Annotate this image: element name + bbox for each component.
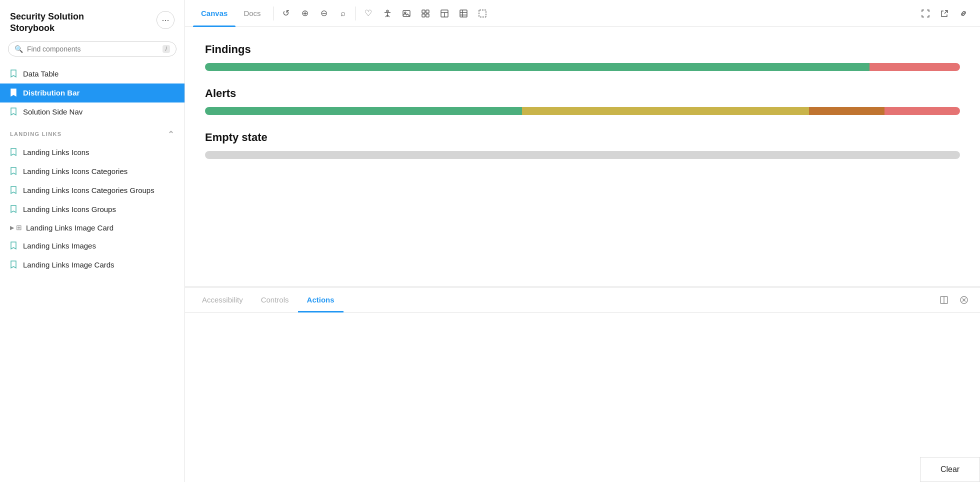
bookmark-icon-3 bbox=[10, 107, 18, 117]
bookmark-icon-llics bbox=[10, 260, 18, 270]
bookmark-icon-llig bbox=[10, 204, 18, 214]
tab-docs[interactable]: Docs bbox=[236, 0, 268, 27]
findings-bar-red bbox=[870, 63, 960, 71]
main-content: Canvas Docs ↺ ⊕ ⊖ ⌕ ♡ bbox=[185, 0, 980, 482]
bookmark-icon-lli bbox=[10, 148, 18, 158]
table-icon[interactable] bbox=[455, 5, 472, 22]
bottom-panel-actions bbox=[936, 292, 972, 308]
panel-split-icon[interactable] bbox=[936, 292, 952, 308]
tab-controls[interactable]: Controls bbox=[252, 288, 298, 312]
bookmark-icon-llic bbox=[10, 166, 18, 176]
findings-bar bbox=[205, 63, 960, 71]
sidebar: Security Solution Storybook ··· 🔍 / Data… bbox=[0, 0, 185, 482]
empty-state-title: Empty state bbox=[205, 131, 960, 144]
menu-button[interactable]: ··· bbox=[156, 11, 174, 29]
sidebar-title: Security Solution Storybook bbox=[10, 11, 84, 34]
bookmark-icon bbox=[10, 69, 18, 79]
toolbar-icons-mid: ♡ bbox=[360, 5, 491, 22]
toolbar-divider-1 bbox=[273, 6, 274, 20]
findings-section: Findings bbox=[205, 43, 960, 71]
empty-state-section: Empty state bbox=[205, 131, 960, 159]
sidebar-item-landing-links-image-cards[interactable]: Landing Links Image Cards bbox=[0, 256, 184, 274]
search-canvas-icon[interactable]: ⌕ bbox=[334, 5, 352, 22]
search-icon: 🔍 bbox=[14, 45, 23, 53]
grid-icon: ⊞ bbox=[16, 224, 22, 232]
bookmark-icon-active bbox=[10, 88, 18, 98]
svg-rect-5 bbox=[422, 14, 425, 17]
clear-button[interactable]: Clear bbox=[920, 457, 980, 482]
svg-point-0 bbox=[386, 10, 388, 12]
sidebar-item-landing-links-images[interactable]: Landing Links Images bbox=[0, 236, 184, 256]
sidebar-item-solution-side-nav[interactable]: Solution Side Nav bbox=[0, 102, 184, 122]
landing-links-section-header: LANDING LINKS ⌃ bbox=[0, 122, 184, 143]
svg-rect-6 bbox=[426, 14, 429, 17]
bookmark-icon-llicg bbox=[10, 186, 18, 196]
tab-canvas[interactable]: Canvas bbox=[193, 0, 236, 27]
heart-icon[interactable]: ♡ bbox=[360, 5, 377, 22]
search-bar: 🔍 / bbox=[8, 42, 176, 56]
svg-rect-10 bbox=[460, 10, 467, 17]
image-icon[interactable] bbox=[398, 5, 415, 22]
alerts-bar-red bbox=[884, 107, 960, 115]
alerts-bar bbox=[205, 107, 960, 115]
zoom-out-icon[interactable]: ⊖ bbox=[316, 5, 332, 22]
reload-icon[interactable]: ↺ bbox=[278, 5, 294, 22]
alerts-bar-green bbox=[205, 107, 522, 115]
collapse-button[interactable]: ⌃ bbox=[168, 130, 174, 139]
bottom-panel: Accessibility Controls Actions bbox=[185, 287, 980, 482]
sidebar-header: Security Solution Storybook ··· bbox=[0, 0, 184, 42]
panel-close-icon[interactable] bbox=[956, 292, 972, 308]
empty-state-bar bbox=[205, 151, 960, 159]
grid-view-icon[interactable] bbox=[417, 5, 434, 22]
toolbar-icons-left: ↺ ⊕ ⊖ ⌕ bbox=[278, 5, 352, 22]
sidebar-item-landing-links-icons-categories-groups[interactable]: Landing Links Icons Categories Groups bbox=[0, 181, 184, 200]
canvas-area: Findings Alerts Empty state bbox=[185, 27, 980, 287]
svg-rect-3 bbox=[422, 10, 425, 13]
selection-icon[interactable] bbox=[474, 5, 491, 22]
tab-accessibility[interactable]: Accessibility bbox=[193, 288, 252, 312]
alerts-bar-yellow bbox=[522, 107, 809, 115]
tab-actions[interactable]: Actions bbox=[298, 288, 344, 312]
svg-rect-14 bbox=[479, 10, 486, 17]
findings-title: Findings bbox=[205, 43, 960, 56]
toolbar-divider-2 bbox=[356, 6, 356, 20]
alerts-bar-orange bbox=[809, 107, 884, 115]
sidebar-item-data-table[interactable]: Data Table bbox=[0, 64, 184, 84]
search-input[interactable] bbox=[27, 45, 162, 53]
toolbar: Canvas Docs ↺ ⊕ ⊖ ⌕ ♡ bbox=[185, 0, 980, 27]
sidebar-item-distribution-bar[interactable]: Distribution Bar bbox=[0, 84, 184, 102]
layout-icon[interactable] bbox=[436, 5, 453, 22]
empty-state-bar-gray bbox=[205, 151, 960, 159]
expand-arrow-icon: ▶ bbox=[10, 224, 14, 231]
bookmark-icon-llim bbox=[10, 241, 18, 251]
bottom-panel-content bbox=[185, 312, 980, 482]
open-external-icon[interactable] bbox=[936, 5, 953, 22]
toolbar-right-icons bbox=[917, 5, 972, 22]
findings-bar-green bbox=[205, 63, 870, 71]
sidebar-item-landing-links-icons-categories[interactable]: Landing Links Icons Categories bbox=[0, 162, 184, 181]
link-icon[interactable] bbox=[955, 5, 972, 22]
sidebar-item-landing-links-icons[interactable]: Landing Links Icons bbox=[0, 143, 184, 162]
sidebar-item-landing-links-image-card[interactable]: ▶ ⊞ Landing Links Image Card bbox=[0, 219, 184, 236]
fullscreen-icon[interactable] bbox=[917, 5, 934, 22]
alerts-title: Alerts bbox=[205, 87, 960, 100]
bottom-tabs: Accessibility Controls Actions bbox=[185, 288, 980, 312]
zoom-in-icon[interactable]: ⊕ bbox=[296, 5, 314, 22]
sidebar-nav: Data Table Distribution Bar Solution Sid… bbox=[0, 64, 184, 482]
search-shortcut: / bbox=[162, 45, 170, 53]
svg-rect-4 bbox=[426, 10, 429, 13]
accessibility-icon[interactable] bbox=[379, 5, 396, 22]
alerts-section: Alerts bbox=[205, 87, 960, 115]
sidebar-item-landing-links-icons-groups[interactable]: Landing Links Icons Groups bbox=[0, 200, 184, 219]
